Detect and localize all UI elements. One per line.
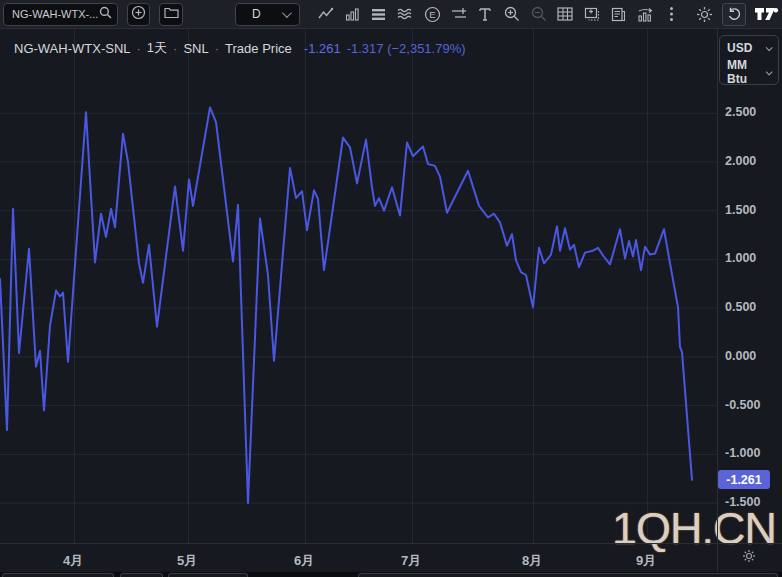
time-tick-label: 5月 [177,552,197,570]
price-tick-label: 2.000 [725,154,756,168]
chevron-down-icon [282,8,292,18]
symbol-search-text: NG-WAH-WTX-... [12,8,99,20]
price-tick-label: -1.500 [725,495,760,509]
legend-series-name: Trade Price [225,41,292,56]
table-grid-icon [557,7,573,21]
layout-templates-button[interactable] [579,3,606,26]
indicators-button[interactable] [392,3,419,26]
axis-settings-button[interactable] [740,549,758,567]
journal-button[interactable] [605,3,632,26]
open-layout-button[interactable] [159,3,183,26]
price-tick-label: 1.000 [725,251,756,265]
bottom-toolbar-strip [0,572,782,577]
line-chart-icon [318,7,334,21]
currency-dropdown[interactable]: USD [720,36,778,60]
bottom-widget[interactable] [358,573,778,577]
legend-separator: · [137,41,141,56]
time-tick-label: 8月 [522,552,542,570]
svg-text:E: E [429,9,435,20]
price-tick-label: 1.500 [725,203,756,217]
settings-button[interactable] [691,3,718,26]
gear-icon [696,6,713,23]
search-icon [99,5,112,23]
legend-source: SNL [183,41,208,56]
bottom-widget[interactable] [2,573,114,577]
time-tick-label: 7月 [401,552,421,570]
notebook-icon [611,7,626,22]
folder-icon [164,5,179,23]
legend-last-value: -1.261 [304,41,341,56]
price-tick-label: 0.500 [725,300,756,314]
plus-circle-icon [131,5,146,24]
trade-price-line[interactable] [0,107,692,503]
price-line-chart [0,29,717,572]
gear-icon [742,549,756,567]
zoom-out-icon [531,6,547,22]
chevron-down-icon [766,68,773,75]
price-axis[interactable]: USD MM Btu -1.261 2.5002.0001.5001.0000.… [718,29,782,543]
interval-value: D [252,7,261,21]
zoom-out-button[interactable] [525,3,552,26]
price-tick-label: 0.000 [725,349,756,363]
bar-chart-icon [345,7,360,21]
price-tick-label: 2.500 [725,105,756,119]
legend-interval: 1天 [147,39,167,57]
kebab-menu-icon [669,6,674,22]
undo-icon [727,7,742,21]
undo-button[interactable] [722,3,747,26]
waves-icon [397,7,414,21]
chart-legend[interactable]: NG-WAH-WTX-SNL · 1天 · SNL · Trade Price … [14,39,466,57]
compare-button[interactable] [446,3,473,26]
price-tick-label: -1.000 [725,446,760,460]
more-options-button[interactable] [659,3,686,26]
time-tick-label: 4月 [63,552,83,570]
compare-icon [451,7,467,22]
chart-style-bars-button[interactable] [339,3,366,26]
tradingview-chart-app: NG-WAH-WTX-... D [0,0,782,577]
legend-symbol: NG-WAH-WTX-SNL [14,41,131,56]
bottom-widget[interactable] [120,573,163,577]
price-tick-label: -0.500 [725,398,760,412]
pine-table-button[interactable] [552,3,579,26]
zoom-in-icon [504,6,520,22]
top-toolbar: NG-WAH-WTX-... D [0,0,782,29]
time-tick-label: 9月 [636,552,656,570]
histogram-arrow-icon [637,7,654,22]
layout-plus-icon [584,7,600,22]
rows-icon [371,8,386,21]
currency-value: USD [727,41,752,55]
unit-dropdown[interactable]: MM Btu [720,60,778,84]
circled-e-icon: E [424,6,441,23]
economic-data-button[interactable]: E [419,3,446,26]
chevron-down-icon [766,44,773,51]
text-tool-icon [478,7,492,22]
tradingview-logo-icon [755,7,779,22]
zoom-in-button[interactable] [499,3,526,26]
chart-style-rows-button[interactable] [366,3,393,26]
time-tick-label: 6月 [294,552,314,570]
symbol-search-box[interactable]: NG-WAH-WTX-... [3,3,118,26]
chart-pane[interactable] [0,29,717,572]
last-price-badge: -1.261 [718,470,770,489]
legend-change-value: -1.317 (−2,351.79%) [347,41,466,56]
legend-separator: · [215,41,219,56]
last-price-badge-value: -1.261 [726,473,761,487]
time-axis[interactable]: 4月5月6月7月8月9月 [0,543,782,572]
tradingview-logo[interactable] [752,3,782,26]
add-symbol-button[interactable] [127,3,151,26]
unit-selector-box: USD MM Btu [719,35,779,85]
data-window-button[interactable] [632,3,659,26]
interval-dropdown[interactable]: D [235,3,300,26]
legend-separator: · [173,41,177,56]
chart-style-line-button[interactable] [312,3,339,26]
text-tool-button[interactable] [472,3,499,26]
bottom-widget[interactable] [168,573,248,577]
unit-value: MM Btu [727,58,766,86]
